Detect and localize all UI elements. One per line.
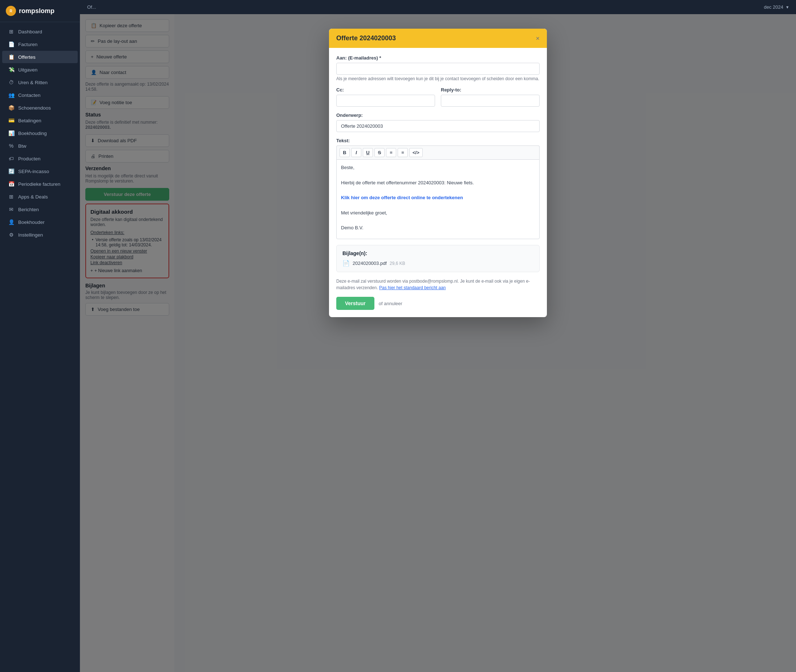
underline-button[interactable]: U <box>363 148 373 157</box>
body-line3: Met vriendelijke groet, <box>341 210 535 217</box>
modal-header: Offerte 2024020003 × <box>329 29 547 48</box>
dashboard-icon: ⊞ <box>8 29 14 34</box>
body-link[interactable]: Klik hier om deze offerte direct online … <box>341 195 463 200</box>
logo-icon: R <box>6 6 16 16</box>
sidebar-label-producten: Producten <box>18 156 41 162</box>
unordered-list-button[interactable]: ≡ <box>398 148 408 157</box>
subject-group: Onderwerp: <box>336 112 539 132</box>
to-label: Aan: (E-mailadres) * <box>336 55 539 61</box>
sidebar-label-btw: Btw <box>18 143 27 149</box>
berichten-icon: ✉ <box>8 206 14 212</box>
to-group: Aan: (E-mailadres) * Als je meerdere adr… <box>336 55 539 81</box>
modal: Offerte 2024020003 × Aan: (E-mailadres) … <box>329 29 547 317</box>
sidebar-item-facturen[interactable]: 📄 Facturen <box>2 38 78 50</box>
footer-link[interactable]: Pas hier het standaard bericht aan <box>379 285 446 290</box>
attachment-title: Bijlage(n): <box>342 250 533 256</box>
italic-button[interactable]: I <box>351 148 361 157</box>
sidebar-item-sepa[interactable]: 🔄 SEPA-incasso <box>2 165 78 178</box>
bold-button[interactable]: B <box>340 148 350 157</box>
sidebar-item-producten[interactable]: 🏷 Producten <box>2 152 78 165</box>
subject-input[interactable] <box>336 120 539 132</box>
attachment-section: Bijlage(n): 📄 2024020003.pdf 29,6 KB <box>336 245 539 272</box>
instellingen-icon: ⚙ <box>8 232 14 238</box>
to-hint: Als je meerdere adressen wilt toevoegen … <box>336 76 539 81</box>
modal-title: Offerte 2024020003 <box>336 34 396 42</box>
reply-input[interactable] <box>441 95 539 107</box>
text-group: Tekst: B I U S ≡ ≡ </> Beste, <box>336 138 539 239</box>
apps-icon: ⊞ <box>8 194 14 200</box>
topbar: Of... dec 2024 ▾ <box>80 0 796 14</box>
attachment-size: 29,6 KB <box>390 261 405 266</box>
sidebar-item-instellingen[interactable]: ⚙ Instellingen <box>2 229 78 241</box>
sidebar-item-contacten[interactable]: 👥 Contacten <box>2 89 78 101</box>
sidebar-label-boekhouding: Boekhouding <box>18 131 47 136</box>
app-name: rompslomp <box>19 7 55 15</box>
uitgaven-icon: 💸 <box>8 67 14 72</box>
cc-label: Cc: <box>336 87 435 93</box>
modal-close-button[interactable]: × <box>536 35 539 42</box>
periodieke-icon: 📅 <box>8 181 14 187</box>
contacten-icon: 👥 <box>8 92 14 98</box>
sidebar-label-facturen: Facturen <box>18 42 37 47</box>
sidebar-label-apps: Apps & Deals <box>18 194 48 200</box>
sidebar-item-uren-ritten[interactable]: ⏱ Uren & Ritten <box>2 76 78 88</box>
boekhouding-icon: 📊 <box>8 130 14 136</box>
html-button[interactable]: </> <box>409 148 423 157</box>
sidebar-item-betalingen[interactable]: 💳 Betalingen <box>2 114 78 126</box>
editor-toolbar: B I U S ≡ ≡ </> <box>336 146 539 159</box>
sidebar-nav: ⊞ Dashboard 📄 Facturen 📋 Offertes 💸 Uitg… <box>0 22 80 672</box>
send-button[interactable]: Verstuur <box>336 297 374 310</box>
topbar-left: Of... <box>87 4 96 10</box>
sidebar-label-uitgaven: Uitgaven <box>18 67 37 72</box>
cc-group: Cc: <box>336 87 435 107</box>
btw-icon: % <box>8 143 14 149</box>
cancel-button[interactable]: of annuleer <box>379 301 402 306</box>
sidebar-item-apps-deals[interactable]: ⊞ Apps & Deals <box>2 190 78 203</box>
sidebar-item-dashboard[interactable]: ⊞ Dashboard <box>2 26 78 38</box>
modal-actions: Verstuur of annuleer <box>336 297 539 310</box>
attachment-filename: 2024020003.pdf <box>353 261 387 266</box>
sidebar-label-contacten: Contacten <box>18 93 41 98</box>
sidebar-item-boekhouder[interactable]: 👤 Boekhouder <box>2 216 78 228</box>
ordered-list-button[interactable]: ≡ <box>386 148 396 157</box>
attachment-file: 📄 2024020003.pdf 29,6 KB <box>342 260 533 267</box>
main-area: Of... dec 2024 ▾ Offerte 2024020003 × Aa… <box>80 0 796 672</box>
sidebar-item-berichten[interactable]: ✉ Berichten <box>2 203 78 216</box>
sidebar-label-periodieke: Periodieke facturen <box>18 181 60 187</box>
chevron-down-icon: ▾ <box>786 4 789 10</box>
modal-footer-text: Deze e-mail zal verstuurd worden via pos… <box>336 278 539 291</box>
sidebar-label-uren: Uren & Ritten <box>18 80 48 85</box>
topbar-right: dec 2024 ▾ <box>764 4 789 10</box>
betalingen-icon: 💳 <box>8 118 14 123</box>
breadcrumb: Of... <box>87 4 96 10</box>
facturen-icon: 📄 <box>8 42 14 47</box>
sidebar-item-periodieke[interactable]: 📅 Periodieke facturen <box>2 178 78 190</box>
body-line1: Beste, <box>341 164 535 172</box>
editor-content[interactable]: Beste, Hierbij de offerte met offertenum… <box>336 159 539 239</box>
text-label: Tekst: <box>336 138 539 143</box>
to-input[interactable] <box>336 63 539 75</box>
sidebar-label-offertes: Offertes <box>18 54 35 60</box>
subject-label: Onderwerp: <box>336 112 539 118</box>
sidebar-item-offertes[interactable]: 📋 Offertes <box>2 51 78 63</box>
sidebar-label-schoenendoos: Schoenendoos <box>18 105 51 111</box>
cc-input[interactable] <box>336 95 435 107</box>
sidebar-label-betalingen: Betalingen <box>18 118 42 123</box>
sidebar-item-btw[interactable]: % Btw <box>2 140 78 152</box>
sepa-icon: 🔄 <box>8 168 14 174</box>
schoenendoos-icon: 📦 <box>8 105 14 111</box>
sidebar-item-uitgaven[interactable]: 💸 Uitgaven <box>2 64 78 76</box>
modal-overlay: Offerte 2024020003 × Aan: (E-mailadres) … <box>80 14 796 672</box>
reply-group: Reply-to: <box>441 87 539 107</box>
sidebar-logo: R rompslomp <box>0 0 80 22</box>
sidebar-label-instellingen: Instellingen <box>18 232 43 238</box>
sidebar-item-schoenendoos[interactable]: 📦 Schoenendoos <box>2 102 78 114</box>
strikethrough-button[interactable]: S <box>374 148 385 157</box>
sidebar-label-berichten: Berichten <box>18 207 39 212</box>
producten-icon: 🏷 <box>8 156 14 162</box>
body-signature: Demo B.V. <box>341 224 535 232</box>
sidebar: R rompslomp ⊞ Dashboard 📄 Facturen 📋 Off… <box>0 0 80 672</box>
body-line2: Hierbij de offerte met offertenummer 202… <box>341 179 535 187</box>
sidebar-label-boekhouder: Boekhouder <box>18 219 45 225</box>
sidebar-item-boekhouding[interactable]: 📊 Boekhouding <box>2 127 78 139</box>
